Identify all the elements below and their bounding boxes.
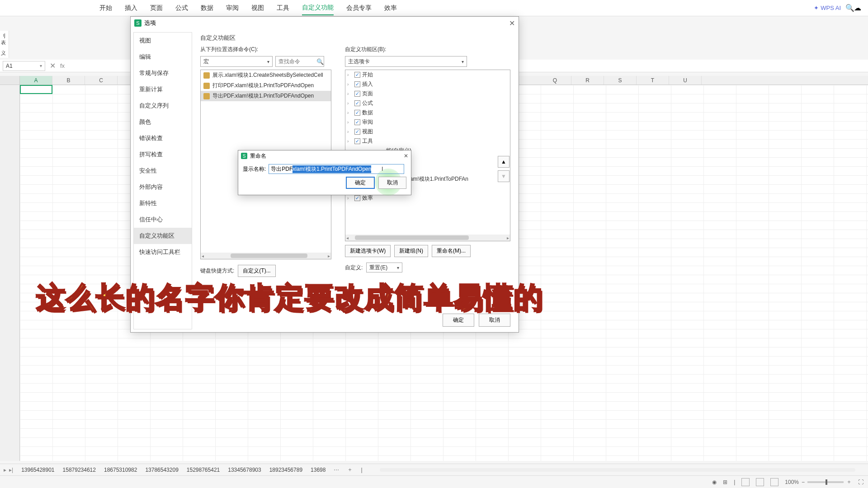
fullscreen-icon[interactable]: ⛶ <box>858 479 863 485</box>
more-sheets-icon[interactable]: ⋯ <box>334 467 339 473</box>
cancel-fx-icon[interactable]: ✕ <box>50 61 56 70</box>
customize-shortcut-button[interactable]: 自定义(T)... <box>238 265 275 277</box>
opt-view[interactable]: 视图 <box>134 33 192 49</box>
expand-icon[interactable]: › <box>347 91 353 96</box>
opt-general[interactable]: 常规与保存 <box>134 65 192 81</box>
zoom-in-icon[interactable]: ＋ <box>846 478 852 486</box>
zoom-slider[interactable] <box>807 481 844 483</box>
sheet-tab[interactable]: 13698 <box>311 467 326 473</box>
page-layout-icon[interactable] <box>756 478 764 486</box>
col-S[interactable]: S <box>604 76 637 84</box>
sheet-tab[interactable]: 15298765421 <box>187 467 220 473</box>
sheet-tab[interactable]: 13345678903 <box>228 467 261 473</box>
row-headers[interactable] <box>0 85 20 461</box>
col-B[interactable]: B <box>52 76 85 84</box>
checkbox[interactable]: ✓ <box>354 72 360 78</box>
tree-item[interactable]: 数据 <box>362 109 373 117</box>
checkbox[interactable]: ✓ <box>354 110 360 116</box>
col-U[interactable]: U <box>669 76 702 84</box>
name-box[interactable]: A1▾ <box>3 61 45 71</box>
tab-formula[interactable]: 公式 <box>175 1 188 15</box>
checkbox[interactable]: ✓ <box>354 100 360 106</box>
col-Q[interactable]: Q <box>539 76 571 84</box>
expand-icon[interactable]: › <box>347 120 353 125</box>
command-category-combo[interactable]: 宏▾ <box>200 56 273 67</box>
search-commands-box[interactable]: 🔍 <box>275 56 324 67</box>
opt-qat[interactable]: 快速访问工具栏 <box>134 244 192 260</box>
close-icon[interactable]: ✕ <box>509 19 515 28</box>
fx-icon[interactable]: fx <box>60 62 65 69</box>
tab-review[interactable]: 审阅 <box>226 1 239 15</box>
tree-item[interactable]: 插入 <box>362 80 373 88</box>
select-all-corner[interactable] <box>0 76 20 84</box>
opt-security[interactable]: 安全性 <box>134 163 192 179</box>
h-scrollbar[interactable]: ◂▸ <box>201 253 331 259</box>
tree-item[interactable]: 审阅 <box>362 118 373 126</box>
opt-custom-seq[interactable]: 自定义序列 <box>134 98 192 114</box>
col-T[interactable]: T <box>637 76 669 84</box>
rename-button[interactable]: 重命名(M)... <box>432 245 471 257</box>
cmd-item-0[interactable]: 展示.xlam!模块1.CreateSheetsBySelectedCell <box>212 71 323 79</box>
zoom-control[interactable]: 100% − ＋ <box>785 478 852 486</box>
close-icon[interactable]: ✕ <box>404 153 408 159</box>
expand-icon[interactable]: › <box>347 139 353 144</box>
checkbox[interactable]: ✓ <box>354 81 360 87</box>
cmd-item-2[interactable]: 导出PDF.xlam!模块1.PrintToPDFAndOpen <box>212 92 314 100</box>
opt-trust[interactable]: 信任中心 <box>134 211 192 228</box>
tab-view[interactable]: 视图 <box>251 1 264 15</box>
page-break-icon[interactable] <box>770 478 778 486</box>
tree-h-scrollbar[interactable]: ◂▸ <box>345 235 510 241</box>
sheet-prev-icon[interactable]: ▸ <box>4 467 6 473</box>
tab-start[interactable]: 开始 <box>99 1 112 15</box>
sheet-nav[interactable]: ▸▸| <box>4 467 13 473</box>
opt-edit[interactable]: 编辑 <box>134 49 192 65</box>
tab-custom[interactable]: 自定义功能 <box>302 1 334 15</box>
zoom-out-icon[interactable]: − <box>802 479 805 485</box>
expand-icon[interactable]: › <box>347 101 353 106</box>
opt-newfeat[interactable]: 新特性 <box>134 195 192 211</box>
expand-icon[interactable]: › <box>347 110 353 115</box>
sheet-tab[interactable]: 18923456789 <box>269 467 302 473</box>
tree-item[interactable]: 页面 <box>362 90 373 98</box>
search-icon[interactable]: 🔍 <box>845 4 854 12</box>
opt-spell[interactable]: 拼写检查 <box>134 146 192 163</box>
move-down-button[interactable]: ▼ <box>498 170 509 182</box>
opt-recalc[interactable]: 重新计算 <box>134 81 192 98</box>
reset-combo[interactable]: 重置(E)▾ <box>366 263 402 272</box>
sheet-tab[interactable]: 15879234612 <box>63 467 96 473</box>
tab-member[interactable]: 会员专享 <box>346 1 372 15</box>
cloud-icon[interactable]: ☁ <box>854 4 861 12</box>
new-group-button[interactable]: 新建组(N) <box>394 245 428 257</box>
strip-item-1[interactable]: 刂表 <box>1 33 8 46</box>
sheet-h-scrollbar[interactable] <box>380 468 855 472</box>
sheet-tab[interactable]: 13965428901 <box>21 467 54 473</box>
tab-insert[interactable]: 插入 <box>125 1 137 15</box>
checkbox[interactable]: ✓ <box>354 129 360 135</box>
sheet-last-icon[interactable]: ▸| <box>9 467 13 473</box>
rename-ok-button[interactable]: 确定 <box>346 177 375 189</box>
checkbox[interactable]: ✓ <box>354 91 360 97</box>
opt-custom-ribbon[interactable]: 自定义功能区 <box>134 228 192 244</box>
expand-icon[interactable]: › <box>347 196 353 201</box>
tree-item[interactable]: 公式 <box>362 99 373 107</box>
eye-icon[interactable]: ◉ <box>712 479 717 485</box>
checkbox[interactable]: ✓ <box>354 195 360 201</box>
tab-page[interactable]: 页面 <box>150 1 163 15</box>
checkbox[interactable]: ✓ <box>354 138 360 144</box>
search-commands-input[interactable] <box>278 58 315 65</box>
display-name-input[interactable]: 导出PDFxlam!模块1.PrintToPDFAndOpen I <box>269 164 404 174</box>
expand-icon[interactable]: › <box>347 82 353 87</box>
move-up-button[interactable]: ▲ <box>498 156 509 168</box>
opt-external[interactable]: 外部内容 <box>134 179 192 195</box>
checkbox[interactable]: ✓ <box>354 119 360 125</box>
ribbon-target-combo[interactable]: 主选项卡▾ <box>345 56 467 67</box>
rename-cancel-button[interactable]: 取消 <box>378 177 406 189</box>
tree-item[interactable]: 工具 <box>362 137 373 145</box>
col-R[interactable]: R <box>571 76 604 84</box>
expand-icon[interactable]: › <box>347 129 353 134</box>
add-sheet-icon[interactable]: ＋ <box>347 466 353 474</box>
col-A[interactable]: A <box>20 76 52 84</box>
tree-item[interactable]: 开始 <box>362 71 373 79</box>
grid-toggle-icon[interactable]: ⊞ <box>723 479 727 485</box>
sheet-tab[interactable]: 18675310982 <box>104 467 137 473</box>
